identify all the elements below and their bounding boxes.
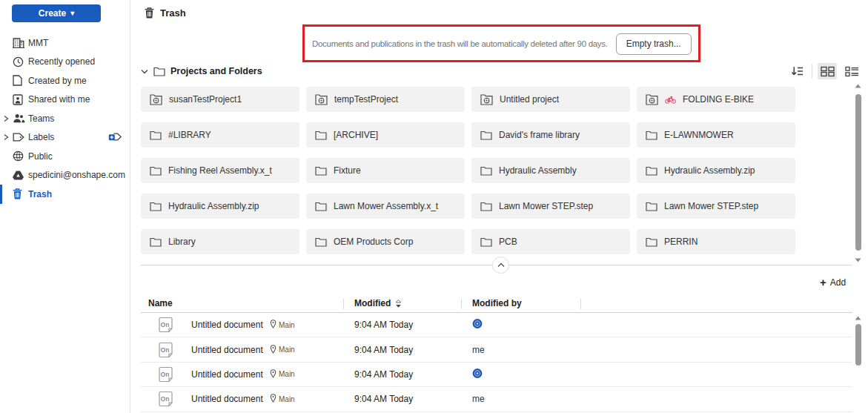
folder-icon: [480, 166, 492, 176]
project-icon: [480, 94, 493, 105]
collapse-section-button[interactable]: [492, 257, 509, 274]
scroll-up-icon[interactable]: [855, 84, 861, 88]
project-card-lawn-mower-step-step[interactable]: Lawn Mower STEP.step: [637, 194, 795, 219]
sidebar-item-shared-with-me[interactable]: Shared with me: [0, 90, 130, 110]
column-header-modified-label: Modified: [354, 298, 391, 308]
empty-trash-button[interactable]: Empty trash...: [616, 33, 692, 55]
projects-section-header[interactable]: Projects and Folders: [141, 66, 262, 76]
chevron-right-icon[interactable]: [4, 134, 18, 141]
project-card-hydraulic-assembly-zip[interactable]: Hydraulic Assembly.zip: [141, 194, 299, 219]
document-icon: [13, 75, 27, 86]
scroll-up-icon[interactable]: [855, 316, 861, 320]
workspace-label: Main: [279, 346, 295, 354]
card-label: FOLDING E-BIKE: [683, 94, 754, 105]
sidebar-item-public[interactable]: Public: [0, 147, 130, 166]
sidebar-item-created-by-me[interactable]: Created by me: [0, 71, 130, 90]
trash-icon: [13, 188, 27, 199]
card-label: [ARCHIVE]: [334, 130, 378, 140]
sidebar-item-trash[interactable]: Trash: [0, 185, 130, 204]
sidebar-item-label: Shared with me: [28, 94, 90, 105]
projects-grid: susanTestProject1tempTestProjectUntitled…: [141, 87, 795, 254]
column-header-modified[interactable]: Modified: [354, 298, 402, 308]
project-card-library[interactable]: #LIBRARY: [141, 122, 299, 148]
table-row[interactable]: OnUntitled documentMain9:04 AM Today: [141, 363, 852, 387]
card-label: Lawn Mower Assembly.x_t: [334, 201, 438, 211]
card-label: tempTestProject: [334, 94, 398, 105]
project-card-temptestproject[interactable]: tempTestProject: [306, 87, 465, 112]
folder-icon: [646, 166, 657, 176]
add-button[interactable]: + Add: [820, 277, 846, 288]
project-card-susantestproject1[interactable]: susanTestProject1: [141, 87, 299, 112]
folder-icon: [315, 237, 327, 247]
project-card-oem-products-corp[interactable]: OEM Products Corp: [306, 229, 465, 254]
modified-by: me: [472, 394, 485, 404]
sort-order-icon[interactable]: [787, 63, 806, 79]
add-label-icon[interactable]: [108, 132, 122, 142]
project-icon: [646, 94, 658, 105]
grid-scrollbar[interactable]: [853, 82, 863, 265]
sidebar-item-label: MMT: [28, 38, 48, 48]
project-card-fishing-reel-assembly-x-t[interactable]: Fishing Reel Assembly.x_t: [141, 158, 299, 183]
list-view-icon[interactable]: [842, 63, 861, 79]
modified-time: 9:04 AM Today: [354, 394, 413, 404]
grid-scrollbar-thumb[interactable]: [855, 94, 861, 251]
project-card-hydraulic-assembly[interactable]: Hydraulic Assembly: [471, 158, 630, 183]
folder-icon: [480, 202, 492, 211]
table-row[interactable]: OnUntitled documentMain9:04 AM Today: [141, 313, 852, 337]
shared-icon: [13, 94, 27, 105]
table-scrollbar-thumb[interactable]: [855, 324, 861, 366]
sidebar: Create ▾ MMTRecently openedCreated by me…: [0, 0, 130, 413]
folder-icon: [480, 237, 492, 247]
project-card-library[interactable]: Library: [141, 229, 299, 254]
project-card-lawn-mower-step-step[interactable]: Lawn Mower STEP.step: [471, 194, 630, 219]
sidebar-item-spedicini-onshape-com[interactable]: spedicini@onshape.com: [0, 166, 130, 185]
project-card-hydraulic-assembly-zip[interactable]: Hydraulic Assembly.zip: [637, 158, 795, 183]
project-card-perrin[interactable]: PERRIN: [637, 229, 795, 254]
modified-by: me: [472, 345, 485, 355]
card-label: Fixture: [334, 165, 361, 176]
project-card-untitled-project[interactable]: Untitled project: [471, 87, 630, 112]
sidebar-nav: MMTRecently openedCreated by meShared wi…: [0, 33, 130, 204]
table-row[interactable]: OnUntitled documentMain9:04 AM Todayme: [141, 387, 852, 412]
project-card-david-s-frame-library[interactable]: David's frame library: [471, 122, 630, 148]
grid-view-icon[interactable]: [818, 63, 837, 79]
table-scrollbar[interactable]: [853, 314, 863, 413]
folder-icon: [315, 202, 327, 211]
column-header-name[interactable]: Name: [148, 298, 173, 308]
table-row[interactable]: OnUntitled documentMain9:04 AM Todayme: [141, 337, 852, 362]
sidebar-item-mmt[interactable]: MMT: [0, 33, 130, 53]
card-label: Hydraulic Assembly.zip: [664, 165, 755, 176]
project-card-e-lawnmower[interactable]: E-LAWNMOWER: [637, 122, 795, 148]
card-label: Hydraulic Assembly: [499, 165, 577, 176]
globe-icon: [13, 151, 27, 162]
sidebar-item-labels[interactable]: Labels: [0, 128, 130, 148]
project-card-archive[interactable]: [ARCHIVE]: [306, 122, 465, 148]
plus-icon: +: [820, 277, 826, 288]
modified-time: 9:04 AM Today: [354, 320, 413, 330]
view-toolbar: [787, 63, 861, 79]
project-card-pcb[interactable]: PCB: [471, 229, 630, 254]
drive-icon: [13, 171, 27, 180]
column-divider: [461, 299, 462, 309]
document-name: Untitled document: [191, 369, 263, 380]
create-button[interactable]: Create ▾: [12, 4, 101, 22]
sidebar-item-recently-opened[interactable]: Recently opened: [0, 53, 130, 72]
chevron-down-icon[interactable]: [141, 69, 148, 74]
svg-text:On: On: [161, 346, 170, 354]
sidebar-item-teams[interactable]: Teams: [0, 109, 130, 128]
building-icon: [13, 38, 27, 48]
card-label: PERRIN: [664, 237, 698, 247]
folder-icon: [150, 202, 162, 211]
project-card-folding-e-bike[interactable]: FOLDING E-BIKE: [637, 87, 795, 112]
project-card-lawn-mower-assembly-x-t[interactable]: Lawn Mower Assembly.x_t: [306, 194, 465, 219]
workspace-label: Main: [279, 370, 295, 378]
card-label: Library: [168, 237, 196, 247]
onshape-document-icon: On: [159, 391, 173, 407]
project-card-fixture[interactable]: Fixture: [306, 158, 465, 183]
column-header-modified-by[interactable]: Modified by: [472, 298, 522, 308]
page-title-label: Trash: [160, 7, 186, 19]
document-name: Untitled document: [191, 345, 263, 355]
card-label: OEM Products Corp: [334, 237, 413, 247]
scroll-down-icon[interactable]: [855, 258, 861, 262]
chevron-right-icon[interactable]: [4, 115, 18, 122]
